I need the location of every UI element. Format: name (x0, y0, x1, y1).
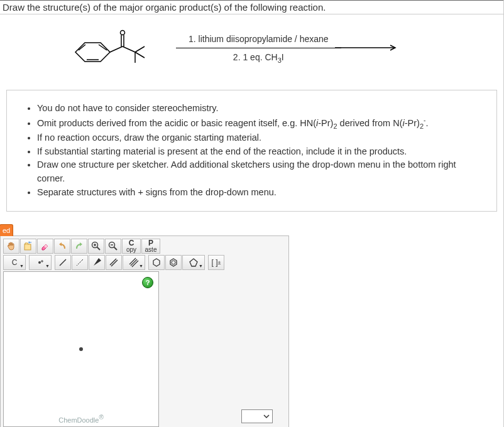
undo-button[interactable] (54, 239, 70, 254)
open-tool-button[interactable] (20, 239, 36, 254)
reaction-scheme: 1. lithium diisopropylamide / hexane 2. … (0, 14, 503, 84)
svg-line-24 (60, 259, 66, 266)
svg-point-36 (172, 261, 175, 264)
svg-line-26 (78, 263, 79, 264)
wedge-bond-button[interactable] (89, 255, 105, 270)
instruction-item: If substantial starting material is pres… (37, 145, 484, 159)
svg-point-7 (121, 31, 125, 35)
paste-button[interactable]: P aste (141, 239, 160, 254)
instruction-item: Omit products derived from the acidic or… (37, 116, 484, 131)
svg-line-8 (123, 46, 135, 52)
instruction-item: Separate structures with + signs from th… (37, 186, 484, 200)
erase-tool-button[interactable] (37, 239, 53, 254)
instruction-item: Draw one structure per sketcher. Add add… (37, 158, 484, 186)
instructions-panel: You do not have to consider stereochemis… (6, 90, 497, 212)
instruction-item: If no reaction occurs, draw the organic … (37, 131, 484, 145)
svg-line-27 (80, 261, 81, 262)
svg-line-25 (77, 265, 77, 266)
instruction-item: You do not have to consider stereochemis… (37, 102, 484, 116)
svg-point-21 (38, 261, 41, 264)
redo-button[interactable] (71, 239, 87, 254)
chevron-down-icon (263, 413, 270, 419)
double-bond-button[interactable] (106, 255, 122, 270)
benzene-button[interactable] (165, 255, 182, 270)
hand-tool-button[interactable] (3, 239, 19, 254)
toolbar-row-2: C▼ ▼ ▼ (3, 255, 286, 270)
toolbar-row-1: C opy P aste (3, 239, 286, 254)
sketcher-tab[interactable]: ed (0, 224, 13, 236)
svg-marker-34 (153, 259, 160, 266)
svg-line-28 (82, 259, 84, 261)
svg-line-10 (135, 52, 145, 58)
cyclohexane-button[interactable] (148, 255, 165, 270)
svg-line-9 (135, 46, 145, 52)
triple-bond-button[interactable]: ▼ (123, 255, 145, 270)
canvas-center-dot (79, 347, 83, 351)
element-selector-button[interactable]: C▼ (3, 255, 26, 270)
reagent-line-2: 2. 1 eq. CH3I (176, 48, 341, 64)
zoom-in-button[interactable] (88, 239, 104, 254)
svg-line-4 (110, 46, 123, 52)
chemdoodle-watermark: ChemDoodle® (58, 414, 104, 424)
starting-material-structure (63, 24, 151, 74)
copy-button[interactable]: C opy (122, 239, 141, 254)
reagent-line-1: 1. lithium diisopropylamide / hexane (189, 34, 329, 44)
svg-marker-0 (75, 43, 110, 62)
help-button[interactable]: ? (142, 277, 153, 288)
add-sketcher-dropdown[interactable] (241, 409, 273, 423)
single-bond-button[interactable] (55, 255, 71, 270)
atom-add-button[interactable]: ▼ (29, 255, 52, 270)
zoom-out-button[interactable] (105, 239, 121, 254)
drawing-canvas[interactable]: ? ChemDoodle® (3, 271, 159, 427)
svg-line-15 (97, 247, 101, 250)
svg-line-19 (114, 247, 118, 250)
sketcher-panel: C opy P aste C▼ ▼ (0, 235, 289, 427)
question-text: Draw the structure(s) of the major organ… (0, 0, 503, 14)
charge-button[interactable]: [ ]± (208, 255, 224, 270)
svg-rect-13 (25, 244, 31, 250)
recessed-bond-button[interactable] (72, 255, 88, 270)
svg-marker-37 (190, 259, 197, 266)
ring-selector-button[interactable]: ▼ (182, 255, 205, 270)
reaction-arrow-icon (335, 45, 398, 51)
